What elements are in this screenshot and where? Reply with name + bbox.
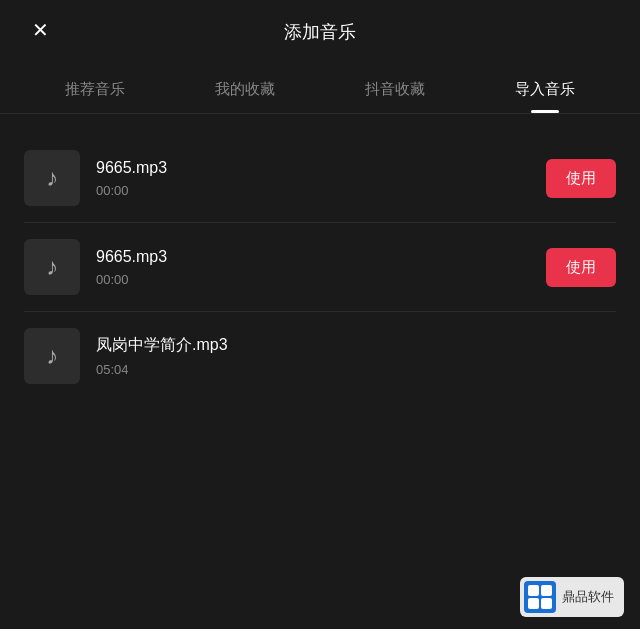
- tab-import-music[interactable]: 导入音乐: [503, 72, 587, 113]
- ding-logo-icon: [526, 583, 554, 611]
- music-list: ♪ 9665.mp3 00:00 使用 ♪ 9665.mp3 00:00 使用 …: [0, 114, 640, 420]
- music-item: ♪ 凤岗中学简介.mp3 05:04: [24, 312, 616, 400]
- svg-rect-0: [528, 585, 539, 596]
- music-thumbnail: ♪: [24, 239, 80, 295]
- music-name: 9665.mp3: [96, 248, 546, 266]
- watermark-text: 鼎品软件: [562, 588, 614, 606]
- music-duration: 00:00: [96, 183, 546, 198]
- svg-rect-1: [541, 585, 552, 596]
- header: ✕ 添加音乐: [0, 0, 640, 60]
- music-name: 9665.mp3: [96, 159, 546, 177]
- svg-rect-3: [541, 598, 552, 609]
- music-item: ♪ 9665.mp3 00:00 使用: [24, 223, 616, 312]
- music-thumbnail: ♪: [24, 328, 80, 384]
- music-item: ♪ 9665.mp3 00:00 使用: [24, 134, 616, 223]
- close-button[interactable]: ✕: [24, 14, 56, 46]
- tab-my-favorites[interactable]: 我的收藏: [203, 72, 287, 113]
- music-thumbnail: ♪: [24, 150, 80, 206]
- use-button[interactable]: 使用: [546, 248, 616, 287]
- watermark-logo: [524, 581, 556, 613]
- music-info: 9665.mp3 00:00: [96, 159, 546, 198]
- music-duration: 05:04: [96, 362, 616, 377]
- tab-douyin-favorites[interactable]: 抖音收藏: [353, 72, 437, 113]
- svg-rect-2: [528, 598, 539, 609]
- use-button[interactable]: 使用: [546, 159, 616, 198]
- music-info: 凤岗中学简介.mp3 05:04: [96, 335, 616, 377]
- music-note-icon: ♪: [46, 164, 58, 192]
- watermark: 鼎品软件: [520, 577, 624, 617]
- music-duration: 00:00: [96, 272, 546, 287]
- page-title: 添加音乐: [284, 20, 356, 44]
- music-note-icon: ♪: [46, 342, 58, 370]
- tabs-bar: 推荐音乐 我的收藏 抖音收藏 导入音乐: [0, 60, 640, 114]
- music-note-icon: ♪: [46, 253, 58, 281]
- music-info: 9665.mp3 00:00: [96, 248, 546, 287]
- music-name: 凤岗中学简介.mp3: [96, 335, 616, 356]
- tab-recommended[interactable]: 推荐音乐: [53, 72, 137, 113]
